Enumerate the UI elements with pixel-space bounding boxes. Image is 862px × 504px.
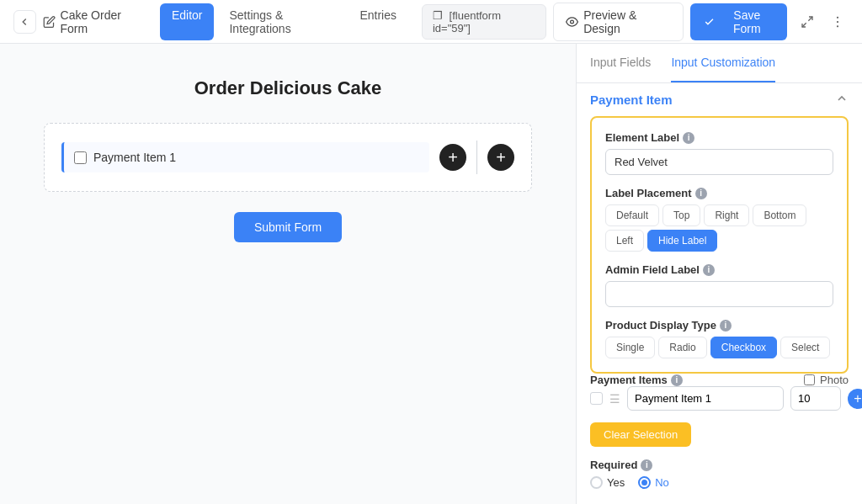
element-label-section: Element Label i [605,131,833,175]
shortcode-badge[interactable]: ❐ [fluentform id="59"] [422,4,546,40]
save-form-button[interactable]: Save Form [690,3,787,40]
item-name-input[interactable] [627,386,784,411]
yellow-block: Element Label i Label Placement i Defaul… [590,116,849,374]
edit-icon [43,15,56,29]
element-label-heading: Element Label i [605,131,833,144]
tab-input-customization[interactable]: Input Customization [671,44,775,82]
fullscreen-button[interactable] [794,8,819,35]
placement-left[interactable]: Left [605,230,644,252]
element-label-info[interactable]: i [683,132,694,144]
product-display-type-section: Product Display Type i Single Radio Chec… [605,319,833,358]
form-title-area: Cake Order Form [43,8,146,35]
svg-line-1 [808,17,812,21]
back-button[interactable] [13,10,36,34]
drag-icon: ☰ [609,392,620,406]
placement-top[interactable]: Top [662,204,700,226]
save-label: Save Form [720,8,774,35]
required-no-label: No [655,476,669,489]
top-nav: Cake Order Form Editor Settings & Integr… [0,0,862,44]
placement-bottom[interactable]: Bottom [753,204,806,226]
product-display-options: Single Radio Checkbox Select [605,337,833,358]
payment-items-heading: Payment Items i [590,374,683,386]
section-title: Payment Item [590,93,673,107]
panel-tabs: Input Fields Input Customization [577,44,862,83]
payment-items-header: Payment Items i Photo [590,374,849,386]
shortcode-text: [fluentform id="59"] [433,9,501,34]
item-checkbox[interactable] [590,392,603,405]
placement-right[interactable]: Right [704,204,749,226]
preview-label: Preview & Design [583,8,671,35]
photo-check-area: Photo [804,374,849,386]
item-price-input[interactable] [790,386,841,411]
svg-point-0 [571,20,574,24]
required-heading: Required i [590,459,849,471]
tab-settings[interactable]: Settings & Integrations [217,3,344,40]
form-canvas: Payment Item 1 + + [44,123,532,192]
svg-point-5 [837,25,838,27]
label-placement-info[interactable]: i [695,188,707,199]
main-area: Order Delicious Cake Payment Item 1 + + … [0,44,862,504]
svg-line-2 [802,23,806,27]
admin-field-label-section: Admin Field Label i [605,263,833,307]
payment-item-field[interactable]: Payment Item 1 [61,142,429,172]
more-options-button[interactable] [827,10,849,34]
right-panel: Input Fields Input Customization Payment… [576,44,862,504]
submit-form-button[interactable]: Submit Form [234,212,342,242]
clear-selection-area: Clear Selection [590,422,849,447]
required-yes[interactable]: Yes [590,476,625,489]
display-select[interactable]: Select [780,337,830,358]
submit-label: Submit Form [254,220,322,234]
svg-point-4 [837,20,838,22]
form-field-row: Payment Item 1 + + [61,141,514,174]
vertical-divider [476,141,477,174]
nav-tabs: Editor Settings & Integrations Entries [160,3,408,40]
product-display-heading: Product Display Type i [605,319,833,332]
required-no[interactable]: No [638,476,669,489]
plus-icon-1: + [448,148,458,167]
display-single[interactable]: Single [605,337,655,358]
tab-input-fields[interactable]: Input Fields [590,44,651,82]
payment-items-info[interactable]: i [671,374,683,386]
preview-design-button[interactable]: Preview & Design [553,3,684,41]
radio-no-circle [638,476,651,489]
editor-canvas: Order Delicious Cake Payment Item 1 + + … [0,44,576,504]
form-name: Cake Order Form [61,8,146,35]
add-item-button[interactable]: + [848,389,862,409]
required-radio-group: Yes No [590,476,849,489]
clear-selection-button[interactable]: Clear Selection [590,422,691,447]
label-placement-heading: Label Placement i [605,187,833,199]
plus-icon-2: + [496,148,506,167]
required-info[interactable]: i [641,459,652,471]
clear-label: Clear Selection [604,428,678,441]
product-display-info[interactable]: i [720,320,732,332]
panel-body: Payment Items i Photo ☰ + − [577,374,862,489]
add-remove-btns: + − [848,389,862,409]
photo-checkbox[interactable] [804,374,815,385]
required-yes-label: Yes [607,476,625,489]
section-header: Payment Item [577,83,862,116]
label-placement-section: Label Placement i Default Top Right Bott… [605,187,833,252]
payment-checkbox[interactable] [74,151,87,164]
save-icon [704,16,715,28]
placement-hide[interactable]: Hide Label [647,230,717,252]
add-field-button-1[interactable]: + [439,144,466,171]
payment-items-section: Payment Items i Photo ☰ + − [590,374,849,411]
placement-default[interactable]: Default [605,204,659,226]
tab-editor[interactable]: Editor [160,3,215,40]
shortcode-icon: ❐ [433,9,443,22]
field-label-text: Payment Item 1 [93,151,176,164]
add-field-button-2[interactable]: + [487,144,514,171]
element-label-input[interactable] [605,149,833,175]
payment-item-row: ☰ + − [590,386,849,411]
tab-entries[interactable]: Entries [348,3,408,40]
admin-label-info[interactable]: i [703,264,715,276]
required-section: Required i Yes No [590,459,849,489]
admin-label-heading: Admin Field Label i [605,263,833,276]
form-heading: Order Delicious Cake [194,77,382,99]
collapse-button[interactable] [835,92,849,108]
display-radio[interactable]: Radio [658,337,706,358]
admin-field-label-input[interactable] [605,281,833,307]
display-checkbox[interactable]: Checkbox [710,337,777,358]
photo-label: Photo [820,374,849,386]
label-placement-options: Default Top Right Bottom Left Hide Label [605,204,833,252]
